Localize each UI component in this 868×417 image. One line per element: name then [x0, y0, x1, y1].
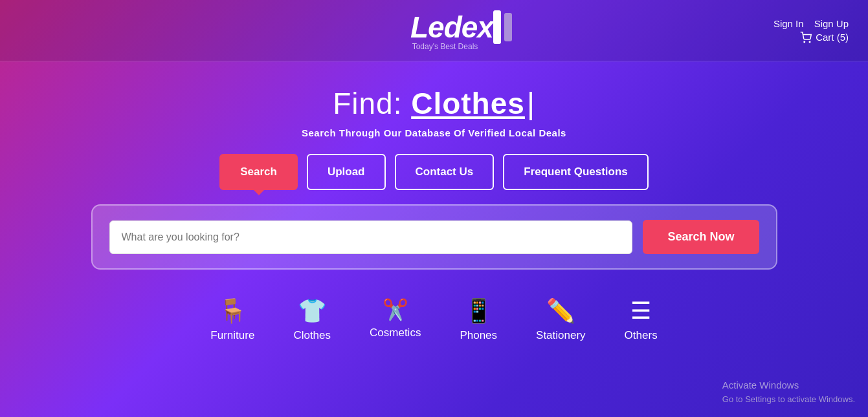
windows-notice: Activate Windows Go to Settings to activ…	[722, 378, 855, 407]
hero-subtitle: Search Through Our Database Of Verified …	[302, 127, 566, 138]
upload-tab-button[interactable]: Upload	[307, 154, 386, 190]
svg-point-0	[804, 41, 805, 43]
logo-subtitle: Today's Best Deals	[412, 42, 478, 51]
stationery-icon: ✏️	[546, 299, 575, 323]
hero-title-prefix: Find:	[333, 87, 411, 120]
clothes-label: Clothes	[293, 329, 331, 342]
svg-point-1	[809, 41, 810, 43]
hero-title: Find: Clothes|	[333, 86, 535, 121]
logo-text: Ledex	[410, 10, 493, 45]
category-others[interactable]: ☰ Others	[625, 299, 658, 342]
stationery-label: Stationery	[536, 329, 586, 342]
logo-bars	[493, 10, 512, 44]
faq-tab-button[interactable]: Frequent Questions	[503, 154, 649, 190]
search-tab-button[interactable]: Search	[219, 154, 298, 190]
clothes-icon: 👕	[298, 299, 327, 323]
header: Ledex Today's Best Deals Sign In Sign Up…	[0, 0, 868, 61]
phones-icon: 📱	[464, 299, 493, 323]
nav-buttons: Search Upload Contact Us Frequent Questi…	[219, 154, 649, 190]
hero-section: Find: Clothes| Search Through Our Databa…	[0, 61, 868, 355]
furniture-label: Furniture	[210, 329, 254, 342]
windows-notice-title: Activate Windows	[722, 378, 855, 393]
phones-label: Phones	[460, 329, 497, 342]
category-stationery[interactable]: ✏️ Stationery	[536, 299, 586, 342]
sign-in-link[interactable]: Sign In	[773, 18, 804, 29]
search-container: Search Now	[91, 204, 777, 270]
header-nav: Sign In Sign Up Cart (5)	[773, 18, 849, 43]
cart-icon	[800, 32, 812, 43]
logo: Ledex Today's Best Deals	[410, 10, 512, 51]
cart-label: Cart (5)	[816, 32, 849, 43]
category-clothes[interactable]: 👕 Clothes	[293, 299, 331, 342]
category-furniture[interactable]: 🪑 Furniture	[210, 299, 254, 342]
logo-bar-1	[493, 10, 501, 44]
others-label: Others	[625, 329, 658, 342]
sign-up-link[interactable]: Sign Up	[814, 18, 849, 29]
cosmetics-icon: ✂️	[383, 299, 408, 320]
contact-tab-button[interactable]: Contact Us	[395, 154, 495, 190]
windows-notice-subtitle: Go to Settings to activate Windows.	[722, 393, 855, 407]
furniture-icon: 🪑	[218, 299, 247, 323]
others-icon: ☰	[630, 299, 651, 323]
logo-bar-2	[504, 13, 512, 41]
hero-cursor: |	[527, 87, 535, 120]
cart-area[interactable]: Cart (5)	[800, 32, 849, 43]
category-phones[interactable]: 📱 Phones	[460, 299, 497, 342]
cosmetics-label: Cosmetics	[370, 326, 421, 339]
search-now-button[interactable]: Search Now	[643, 220, 759, 254]
search-input[interactable]	[109, 220, 633, 254]
hero-title-word: Clothes	[411, 87, 525, 120]
category-cosmetics[interactable]: ✂️ Cosmetics	[370, 299, 421, 342]
categories: 🪑 Furniture 👕 Clothes ✂️ Cosmetics 📱 Pho…	[210, 293, 657, 355]
